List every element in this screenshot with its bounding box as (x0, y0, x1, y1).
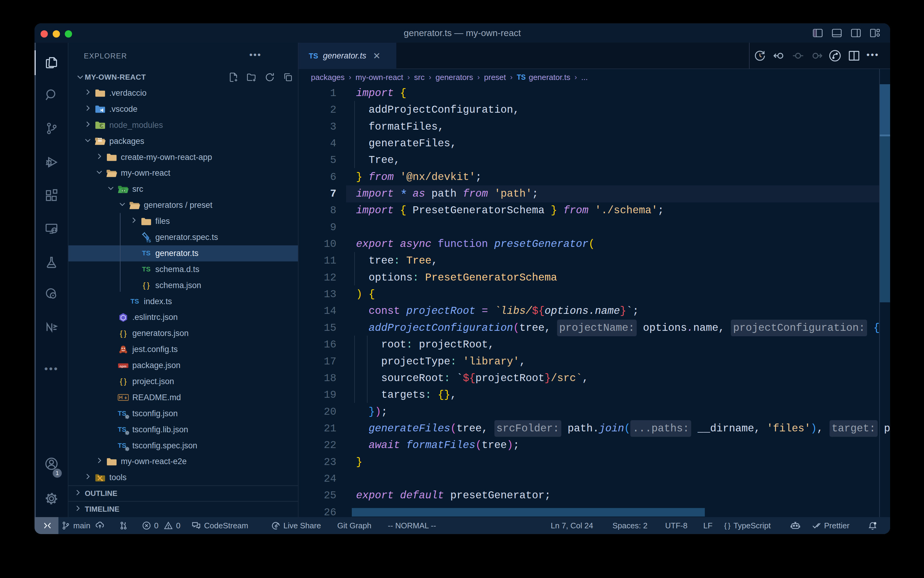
svg-text:npm: npm (120, 364, 126, 368)
svg-text:JS: JS (101, 124, 104, 127)
svg-text:TS: TS (146, 239, 151, 243)
